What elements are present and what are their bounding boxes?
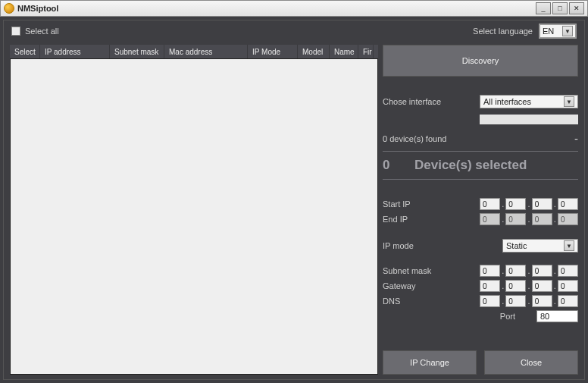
gateway-label: Gateway [383, 281, 480, 290]
close-label: Close [521, 358, 542, 367]
ip-mode-value: Static [506, 241, 527, 250]
app-title: NMSiptool [17, 4, 58, 13]
chose-interface-label: Chose interface [383, 97, 480, 106]
chevron-down-icon: ▼ [564, 96, 574, 107]
selected-count: 0 [383, 158, 401, 173]
select-all-label: Select all [25, 27, 59, 36]
column-header[interactable]: Mac address [164, 45, 248, 58]
selected-label: Device(s) selected [414, 158, 527, 173]
column-header[interactable]: Name [330, 45, 358, 58]
column-header[interactable]: Subnet mask [110, 45, 164, 58]
subnet-mask-label: Subnet mask [383, 266, 480, 275]
right-panel: Discovery Chose interface All interfaces… [383, 45, 578, 375]
dns-field[interactable]: 0. 0. 0. 0 [480, 295, 578, 307]
column-header[interactable]: IP Mode [248, 45, 298, 58]
interface-value: All interfaces [483, 97, 531, 106]
column-header[interactable]: IP address [40, 45, 110, 58]
app-icon [4, 3, 14, 14]
interface-select[interactable]: All interfaces ▼ [480, 95, 578, 108]
top-strip: Select all Select language EN ▼ [4, 20, 584, 42]
close-button[interactable]: Close [484, 350, 578, 375]
device-table: SelectIP addressSubnet maskMac addressIP… [10, 45, 378, 375]
end-ip-label: End IP [383, 215, 480, 224]
chevron-down-icon: ▼ [564, 240, 574, 251]
select-language-label: Select language [473, 27, 533, 36]
start-ip-field[interactable]: 0. 0. 0. 0 [480, 198, 578, 210]
minimize-button[interactable]: _ [536, 2, 551, 14]
end-ip-field[interactable]: 0. 0. 0. 0 [480, 213, 578, 225]
refresh-icon[interactable]: - [574, 132, 578, 145]
port-field[interactable]: 80 [536, 310, 578, 322]
table-header: SelectIP addressSubnet maskMac addressIP… [10, 45, 378, 58]
select-all-checkbox[interactable] [11, 27, 20, 36]
dns-label: DNS [383, 297, 480, 306]
language-select[interactable]: EN ▼ [539, 24, 577, 39]
start-ip-label: Start IP [383, 199, 480, 209]
column-header[interactable]: Model [298, 45, 330, 58]
close-window-button[interactable]: ✕ [569, 2, 584, 14]
ip-mode-select[interactable]: Static ▼ [502, 239, 578, 253]
titlebar: NMSiptool _ □ ✕ [0, 0, 588, 17]
gateway-field[interactable]: 0. 0. 0. 0 [480, 280, 578, 292]
subnet-mask-field[interactable]: 0. 0. 0. 0 [480, 265, 578, 277]
ip-change-button[interactable]: IP Change [383, 350, 477, 375]
table-body[interactable] [10, 58, 378, 375]
port-label: Port [500, 312, 515, 321]
discovery-button[interactable]: Discovery [383, 45, 578, 77]
ip-mode-label: IP mode [383, 241, 502, 250]
discovery-label: Discovery [462, 56, 499, 65]
devices-found: 0 device(s) found [383, 134, 446, 143]
interface-detail [480, 115, 578, 124]
ip-change-label: IP Change [410, 358, 449, 367]
app-body: Select all Select language EN ▼ SelectIP… [3, 20, 585, 380]
divider [383, 179, 578, 180]
column-header[interactable]: Fir [358, 45, 374, 58]
maximize-button[interactable]: □ [552, 2, 568, 14]
column-header[interactable]: Select [10, 45, 40, 58]
chevron-down-icon: ▼ [562, 26, 573, 36]
divider [383, 151, 578, 152]
language-value: EN [543, 27, 554, 36]
